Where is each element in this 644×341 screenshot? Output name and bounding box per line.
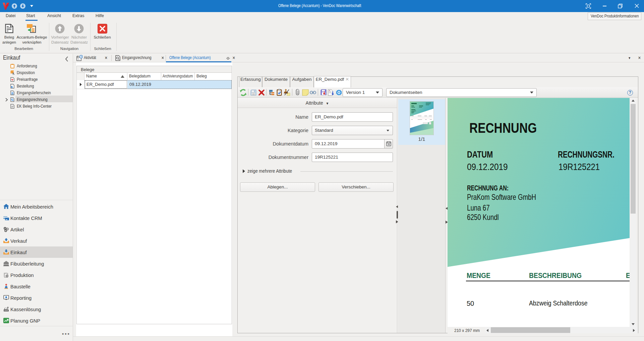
svg-text:R: R xyxy=(11,86,13,89)
